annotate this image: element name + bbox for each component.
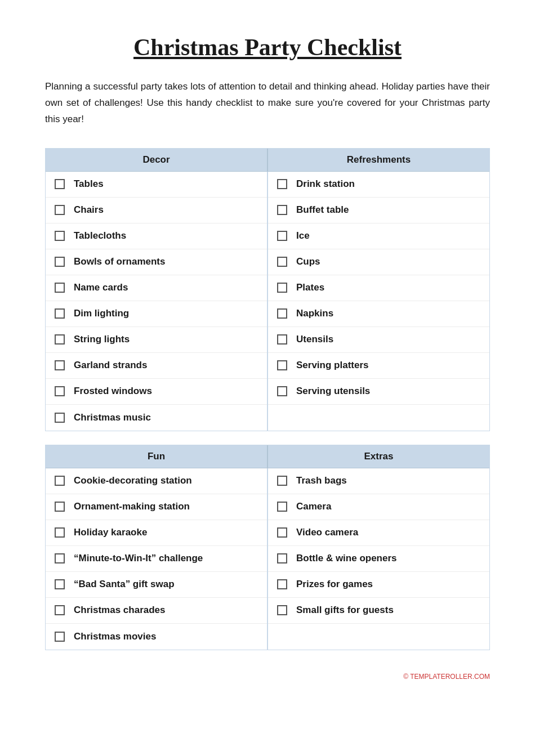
list-item: Napkins <box>268 301 489 327</box>
checkbox-icon[interactable] <box>55 205 65 215</box>
checkbox-icon[interactable] <box>55 179 65 189</box>
list-item: Chairs <box>46 198 267 223</box>
section-fun-extras-left-col: Cookie-decorating stationOrnament-making… <box>46 468 268 650</box>
item-label: “Bad Santa” gift swap <box>74 579 175 590</box>
list-item: Ice <box>268 223 489 249</box>
list-item: Christmas movies <box>46 624 267 650</box>
list-item: Serving utensils <box>268 379 489 405</box>
item-label: Chairs <box>74 204 104 216</box>
list-item: Small gifts for guests <box>268 598 489 624</box>
checkbox-icon[interactable] <box>277 257 287 267</box>
item-label: Tablecloths <box>74 230 126 241</box>
section-decor-refreshments-right-col: Drink stationBuffet tableIceCupsPlatesNa… <box>268 172 489 431</box>
checkbox-icon[interactable] <box>277 360 287 370</box>
checkbox-icon[interactable] <box>55 605 65 615</box>
checkbox-icon[interactable] <box>277 579 287 589</box>
section-fun-extras-left-header: Fun <box>46 445 268 468</box>
section-decor-refreshments-left-col: TablesChairsTableclothsBowls of ornament… <box>46 172 268 431</box>
checkbox-icon[interactable] <box>55 283 65 293</box>
checkbox-icon[interactable] <box>55 632 65 642</box>
checkbox-icon[interactable] <box>55 553 65 563</box>
section-fun-extras-headers: FunExtras <box>46 445 489 468</box>
checkbox-icon[interactable] <box>55 360 65 370</box>
section-decor-refreshments-right-header: Refreshments <box>268 149 489 172</box>
checkbox-icon[interactable] <box>277 231 287 241</box>
list-item: Buffet table <box>268 198 489 223</box>
checklist-container: DecorRefreshmentsTablesChairsTablecloths… <box>45 148 490 650</box>
list-item: Camera <box>268 494 489 520</box>
checkbox-icon[interactable] <box>277 502 287 512</box>
list-item: Holiday karaoke <box>46 520 267 546</box>
checkbox-icon[interactable] <box>277 179 287 189</box>
section-fun-extras-right-col: Trash bagsCameraVideo cameraBottle & win… <box>268 468 489 650</box>
list-item-empty <box>268 405 489 431</box>
checkbox-icon[interactable] <box>55 413 65 423</box>
list-item: Tablecloths <box>46 223 267 249</box>
item-label: Bottle & wine openers <box>296 553 397 564</box>
checkbox-icon[interactable] <box>277 205 287 215</box>
list-item: String lights <box>46 327 267 353</box>
item-label: “Minute-to-Win-It” challenge <box>74 553 203 564</box>
checkbox-icon[interactable] <box>55 231 65 241</box>
list-item: Tables <box>46 172 267 198</box>
item-label: Christmas charades <box>74 605 166 616</box>
item-label: Trash bags <box>296 475 347 486</box>
list-item: Utensils <box>268 327 489 353</box>
checkbox-icon[interactable] <box>277 527 287 538</box>
item-label: Ice <box>296 230 310 241</box>
checkbox-icon[interactable] <box>55 334 65 345</box>
list-item: “Bad Santa” gift swap <box>46 572 267 598</box>
list-item: Prizes for games <box>268 572 489 598</box>
list-item: Name cards <box>46 275 267 301</box>
list-item: Video camera <box>268 520 489 546</box>
item-label: Serving utensils <box>296 386 370 397</box>
list-item: Garland strands <box>46 353 267 379</box>
item-label: Prizes for games <box>296 579 373 590</box>
checkbox-icon[interactable] <box>55 502 65 512</box>
checkbox-icon[interactable] <box>277 308 287 319</box>
checkbox-icon[interactable] <box>55 308 65 319</box>
item-label: Name cards <box>74 282 128 293</box>
item-label: Camera <box>296 501 331 512</box>
intro-paragraph: Planning a successful party takes lots o… <box>45 79 490 128</box>
item-label: Dim lighting <box>74 308 129 319</box>
checkbox-icon[interactable] <box>55 257 65 267</box>
item-label: Holiday karaoke <box>74 527 147 538</box>
checkbox-icon[interactable] <box>55 579 65 589</box>
list-item: Ornament-making station <box>46 494 267 520</box>
checkbox-icon[interactable] <box>277 283 287 293</box>
section-decor-refreshments-headers: DecorRefreshments <box>46 149 489 172</box>
item-label: String lights <box>74 334 130 345</box>
checkbox-icon[interactable] <box>277 553 287 563</box>
checkbox-icon[interactable] <box>277 476 287 486</box>
section-fun-extras-right-header: Extras <box>268 445 489 468</box>
list-item: Cookie-decorating station <box>46 468 267 494</box>
list-item-empty <box>268 624 489 650</box>
item-label: Small gifts for guests <box>296 605 394 616</box>
item-label: Buffet table <box>296 204 349 216</box>
list-item: Bowls of ornaments <box>46 249 267 275</box>
item-label: Cookie-decorating station <box>74 475 192 486</box>
checkbox-icon[interactable] <box>277 334 287 345</box>
checkbox-icon[interactable] <box>55 476 65 486</box>
list-item: Christmas charades <box>46 598 267 624</box>
section-fun-extras: FunExtrasCookie-decorating stationOrname… <box>45 445 490 650</box>
item-label: Garland strands <box>74 360 147 371</box>
checkbox-icon[interactable] <box>277 386 287 396</box>
list-item: Christmas music <box>46 405 267 431</box>
list-item: Frosted windows <box>46 379 267 405</box>
item-label: Drink station <box>296 178 355 190</box>
section-fun-extras-items-row: Cookie-decorating stationOrnament-making… <box>46 468 489 650</box>
list-item: Plates <box>268 275 489 301</box>
item-label: Napkins <box>296 308 333 319</box>
item-label: Serving platters <box>296 360 369 371</box>
item-label: Tables <box>74 178 104 190</box>
item-label: Christmas music <box>74 412 151 423</box>
page-title: Christmas Party Checklist <box>45 34 490 61</box>
section-decor-refreshments-items-row: TablesChairsTableclothsBowls of ornament… <box>46 172 489 431</box>
checkbox-icon[interactable] <box>55 386 65 396</box>
section-decor-refreshments-left-header: Decor <box>46 149 268 172</box>
list-item: “Minute-to-Win-It” challenge <box>46 546 267 572</box>
checkbox-icon[interactable] <box>55 527 65 538</box>
checkbox-icon[interactable] <box>277 605 287 615</box>
